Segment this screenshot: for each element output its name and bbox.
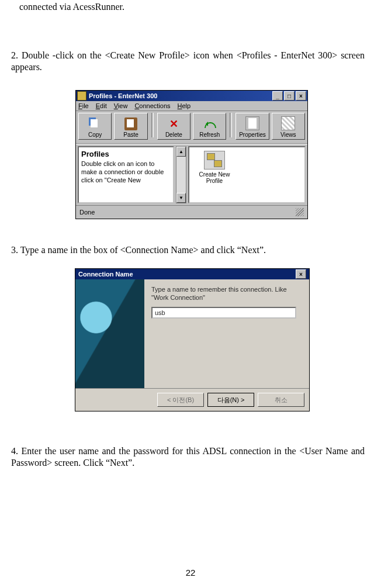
menu-edit[interactable]: Edit (96, 102, 107, 109)
toolbar: Copy Paste Delete Refresh Properties Vie… (76, 111, 307, 144)
profiles-window: Profiles - EnterNet 300 _ □ × File Edit … (75, 90, 308, 219)
delete-button[interactable]: Delete (157, 113, 190, 140)
wizard-graphic (75, 279, 144, 388)
body-text-2: 2. Double -click on the <Create New Prof… (11, 50, 365, 73)
icon-area: Create NewProfile (188, 146, 306, 203)
body-text-3: 3. Type a name in the box of <Connection… (11, 244, 365, 256)
menu-view[interactable]: View (114, 102, 128, 109)
views-icon (281, 116, 295, 130)
paste-icon (124, 117, 137, 130)
views-button[interactable]: Views (272, 113, 305, 140)
scroll-down-icon[interactable]: ▼ (176, 193, 186, 203)
button-row: < 이전(B) 다음(N) > 취소 (75, 388, 309, 411)
menu-help[interactable]: Help (178, 102, 191, 109)
delete-icon (167, 117, 180, 130)
status-text: Done (79, 209, 95, 216)
toolbar-separator (151, 113, 154, 137)
resize-grip-icon[interactable] (296, 208, 304, 216)
back-button[interactable]: < 이전(B) (157, 393, 204, 407)
dialog-title: Connection Name (78, 271, 133, 278)
profiles-info-text: Double click on an icon to make a connec… (81, 160, 171, 184)
paste-button[interactable]: Paste (114, 113, 147, 140)
instruction-text: Type a name to remember this connection.… (151, 285, 302, 302)
profile-icon (204, 151, 225, 170)
properties-icon (245, 116, 259, 130)
body-text-1: connected via AcessRunner. (19, 1, 358, 13)
refresh-button[interactable]: Refresh (193, 113, 226, 140)
create-new-profile-icon[interactable]: Create NewProfile (193, 151, 236, 184)
scrollbar[interactable]: ▲ ▼ (176, 146, 186, 203)
titlebar[interactable]: Profiles - EnterNet 300 _ □ × (76, 91, 307, 101)
page-number: 22 (0, 568, 381, 577)
close-button[interactable]: × (296, 91, 306, 101)
refresh-icon (203, 117, 216, 130)
cancel-button[interactable]: 취소 (258, 393, 304, 407)
connection-name-dialog: Connection Name × Type a name to remembe… (75, 268, 310, 411)
statusbar: Done (76, 205, 307, 219)
connection-name-input[interactable]: usb (151, 307, 296, 319)
next-button[interactable]: 다음(N) > (207, 393, 254, 407)
menu-file[interactable]: File (78, 102, 89, 109)
copy-button[interactable]: Copy (78, 113, 112, 140)
app-icon (77, 91, 86, 101)
menu-connections[interactable]: Connections (134, 102, 170, 109)
close-button[interactable]: × (296, 269, 306, 279)
profiles-heading: Profiles (81, 150, 171, 159)
properties-button[interactable]: Properties (235, 113, 269, 140)
scroll-up-icon[interactable]: ▲ (176, 147, 186, 157)
window-title: Profiles - EnterNet 300 (89, 92, 271, 99)
titlebar[interactable]: Connection Name × (75, 269, 309, 279)
minimize-button[interactable]: _ (272, 91, 283, 101)
body-text-4: 4. Enter the user name and the password … (11, 445, 365, 469)
maximize-button[interactable]: □ (284, 91, 295, 101)
toolbar-separator (230, 113, 232, 137)
copy-icon (89, 117, 102, 130)
menubar: File Edit View Connections Help (76, 101, 307, 111)
profiles-info-pane: Profiles Double click on an icon to make… (78, 146, 174, 203)
